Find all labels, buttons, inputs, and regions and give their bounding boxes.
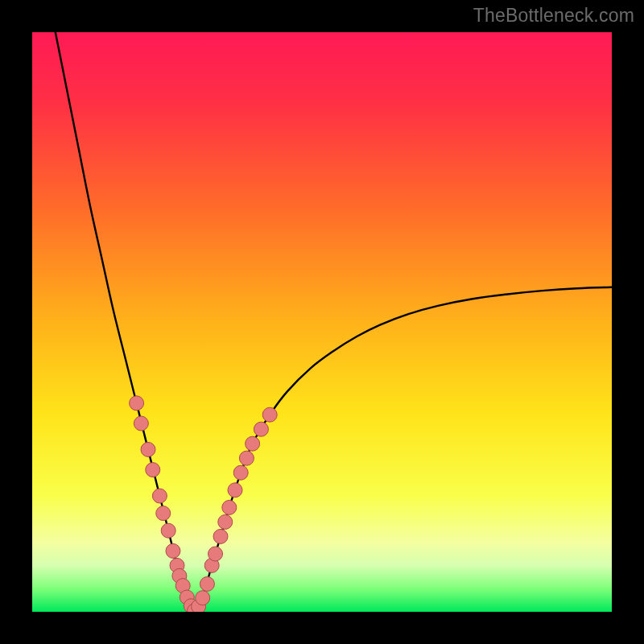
sample-dot (233, 465, 248, 480)
sample-dot (161, 523, 175, 538)
sample-dot (200, 576, 214, 591)
sample-dot (239, 451, 254, 465)
sample-dot (246, 436, 260, 451)
sample-dot (134, 416, 148, 431)
sample-dot (146, 463, 160, 477)
sample-dot (262, 407, 277, 422)
sample-dot (254, 422, 268, 436)
sample-dot (156, 506, 171, 521)
sample-dot (213, 529, 228, 543)
curve-layer (32, 32, 612, 612)
sample-dot (222, 500, 237, 514)
sample-dots-group (130, 396, 278, 612)
sample-dot (218, 514, 233, 529)
sample-dot (166, 543, 180, 558)
sample-dot (152, 489, 167, 503)
outer-frame: TheBottleneck.com (0, 0, 644, 644)
bottleneck-curve (56, 32, 612, 612)
sample-dot (130, 396, 144, 411)
plot-area (32, 32, 612, 612)
watermark-text: TheBottleneck.com (473, 5, 634, 27)
sample-dot (208, 547, 223, 561)
sample-dot (141, 442, 155, 456)
sample-dot (228, 483, 242, 497)
sample-dot (196, 591, 210, 605)
